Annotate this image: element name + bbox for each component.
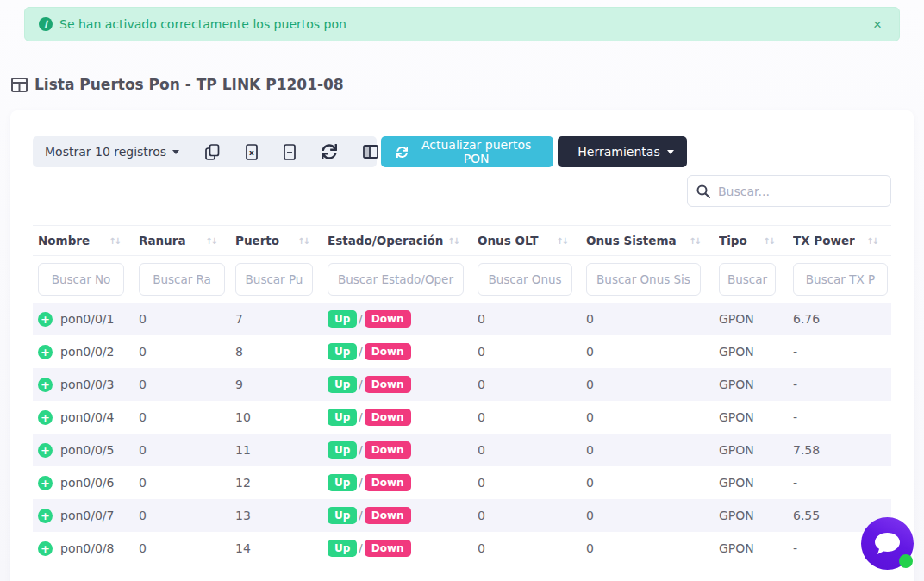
slash-separator: / xyxy=(359,476,362,489)
nombre-cell: +pon0/0/5 xyxy=(33,434,134,466)
estado-cell: Up/Down xyxy=(322,368,472,401)
chat-widget-button[interactable] xyxy=(861,517,914,570)
column-header-tx-power[interactable]: TX Power↑↓ xyxy=(788,226,891,256)
page-title-text: Lista Puertos Pon - TP LINK P1201-08 xyxy=(34,76,344,93)
filter-cell-ranura xyxy=(134,256,230,303)
copy-button[interactable] xyxy=(203,142,222,162)
header-label: Onus OLT xyxy=(478,234,539,247)
sort-icon[interactable]: ↑↓ xyxy=(205,236,216,246)
ranura-cell: 0 xyxy=(134,434,230,466)
filter-input-ranura[interactable] xyxy=(139,263,225,296)
column-header-tipo[interactable]: Tipo↑↓ xyxy=(714,226,788,256)
sort-icon[interactable]: ↑↓ xyxy=(297,236,309,246)
expand-row-button[interactable]: + xyxy=(38,476,53,490)
puerto-cell: 14 xyxy=(230,532,322,565)
ranura-cell: 0 xyxy=(134,499,230,532)
up-badge: Up xyxy=(328,441,357,459)
sort-icon[interactable]: ↑↓ xyxy=(763,236,774,246)
column-header-ranura[interactable]: Ranura↑↓ xyxy=(134,226,230,256)
tipo-cell: GPON xyxy=(714,434,788,466)
tipo-cell: GPON xyxy=(714,532,788,565)
filter-input-estado-operacion[interactable] xyxy=(328,263,464,296)
ranura-cell: 0 xyxy=(134,368,230,401)
ranura-cell: 0 xyxy=(134,466,230,499)
expand-row-button[interactable]: + xyxy=(38,443,53,458)
port-name: pon0/0/8 xyxy=(60,541,114,555)
global-search-box xyxy=(687,175,891,207)
down-badge: Down xyxy=(365,474,411,491)
actualizar-puertos-button[interactable]: Actualizar puertos PON xyxy=(381,136,553,167)
column-header-nombre[interactable]: Nombre↑↓ xyxy=(33,226,134,256)
slash-separator: / xyxy=(359,378,362,390)
table-row: +pon0/0/107Up/Down00GPON6.76 xyxy=(33,303,891,335)
alert-close-button[interactable]: × xyxy=(870,14,885,35)
header-label: Onus Sistema xyxy=(586,234,677,247)
online-status-dot xyxy=(899,554,913,568)
column-header-onus-olt[interactable]: Onus OLT↑↓ xyxy=(472,226,581,256)
table-row: +pon0/0/7013Up/Down00GPON6.55 xyxy=(33,499,891,532)
sort-icon[interactable]: ↑↓ xyxy=(866,236,877,246)
expand-row-button[interactable]: + xyxy=(38,312,53,327)
puerto-cell: 12 xyxy=(230,466,322,499)
onus-olt-cell: 0 xyxy=(472,335,581,368)
filter-cell-onus-olt xyxy=(472,256,581,303)
estado-cell: Up/Down xyxy=(322,434,472,466)
caret-down-icon xyxy=(667,150,674,154)
table-row: +pon0/0/8014Up/Down00GPON- xyxy=(33,532,891,565)
expand-row-button[interactable]: + xyxy=(38,509,53,523)
search-input[interactable] xyxy=(718,184,882,198)
filter-input-tx-power[interactable] xyxy=(793,263,888,296)
down-badge: Down xyxy=(365,507,411,524)
filter-cell-onus-sistema xyxy=(581,256,714,303)
tx-power-cell: - xyxy=(788,401,891,434)
expand-row-button[interactable]: + xyxy=(38,378,53,392)
filter-input-onus-olt[interactable] xyxy=(478,263,572,296)
sort-icon[interactable]: ↑↓ xyxy=(689,236,700,246)
port-name: pon0/0/1 xyxy=(60,312,114,326)
filter-input-onus-sistema[interactable] xyxy=(586,263,701,296)
length-bar: Mostrar 10 registros x xyxy=(33,136,377,167)
sort-icon[interactable]: ↑↓ xyxy=(109,236,120,246)
length-menu-dropdown[interactable]: Mostrar 10 registros xyxy=(45,145,179,159)
ranura-cell: 0 xyxy=(134,401,230,434)
puerto-cell: 13 xyxy=(230,499,322,532)
filter-input-nombre[interactable] xyxy=(38,263,124,296)
port-name: pon0/0/3 xyxy=(60,378,114,391)
down-badge: Down xyxy=(365,409,411,426)
sort-icon[interactable]: ↑↓ xyxy=(556,236,567,246)
sort-icon[interactable]: ↑↓ xyxy=(447,236,459,246)
column-header-onus-sistema[interactable]: Onus Sistema↑↓ xyxy=(581,226,714,256)
alert-message: Se han activado correctamente los puerto… xyxy=(59,17,346,31)
header-label: TX Power xyxy=(793,234,855,247)
excel-export-button[interactable]: x xyxy=(244,142,259,162)
column-header-puerto[interactable]: Puerto↑↓ xyxy=(230,226,322,256)
filter-cell-tx-power xyxy=(788,256,891,303)
filter-row xyxy=(33,256,891,303)
expand-row-button[interactable]: + xyxy=(38,345,53,359)
expand-row-button[interactable]: + xyxy=(38,410,53,425)
tipo-cell: GPON xyxy=(714,499,788,532)
table-body: +pon0/0/107Up/Down00GPON6.76+pon0/0/208U… xyxy=(33,303,891,565)
down-badge: Down xyxy=(365,540,411,557)
refresh-icon xyxy=(322,144,337,159)
tipo-cell: GPON xyxy=(714,401,788,434)
tx-power-cell: 6.76 xyxy=(788,303,891,335)
filter-input-tipo[interactable] xyxy=(719,263,776,296)
file-export-button[interactable] xyxy=(282,142,297,162)
actualizar-label: Actualizar puertos PON xyxy=(415,138,538,166)
filter-cell-estado-operacion xyxy=(322,256,472,303)
nombre-cell: +pon0/0/6 xyxy=(33,466,134,499)
expand-row-button[interactable]: + xyxy=(38,541,53,556)
up-badge: Up xyxy=(328,507,357,524)
herramientas-dropdown[interactable]: Herramientas xyxy=(558,136,687,167)
port-name: pon0/0/4 xyxy=(60,410,114,424)
onus-sistema-cell: 0 xyxy=(581,368,714,401)
column-header-estado-operacion[interactable]: Estado/Operación↑↓ xyxy=(322,226,472,256)
filter-input-puerto[interactable] xyxy=(235,263,313,296)
columns-icon xyxy=(363,145,378,159)
port-name: pon0/0/5 xyxy=(60,443,114,457)
filter-cell-puerto xyxy=(230,256,322,303)
puerto-cell: 9 xyxy=(230,368,322,401)
refresh-table-button[interactable] xyxy=(320,142,339,161)
down-badge: Down xyxy=(365,376,411,393)
